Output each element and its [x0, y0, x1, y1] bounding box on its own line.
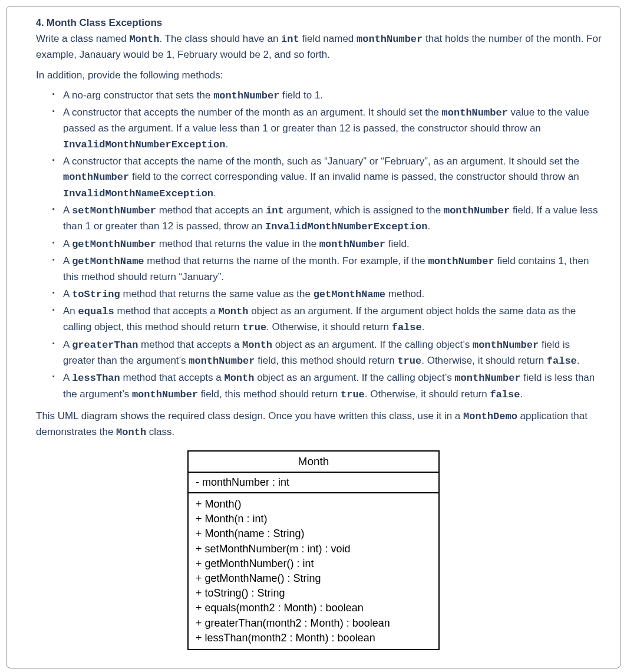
text-span: method that accepts a [138, 339, 242, 350]
text-span: method that accepts a [114, 305, 219, 317]
uml-methods-section: + Month()+ Month(n : int)+ Month(name : … [188, 493, 439, 650]
intro-code-2: int [281, 34, 299, 45]
uml-method: + setMonthNumber(m : int) : void [196, 543, 351, 555]
requirement-item: A no-arg constructor that sets the month… [52, 88, 604, 104]
closing-text-3: class. [146, 426, 174, 437]
uml-method: + greaterThan(month2 : Month) : boolean [196, 617, 390, 629]
code-span: InvalidMonthNumberException [63, 139, 225, 150]
closing-paragraph: This UML diagram shows the required clas… [23, 409, 604, 440]
code-span: equals [78, 306, 114, 317]
uml-class-name: Month [188, 451, 439, 472]
uml-method: + Month(n : int) [196, 513, 268, 525]
intro-text-2: . The class should have an [159, 33, 281, 44]
text-span: A constructor that accepts the name of t… [63, 156, 579, 167]
code-span: monthNumber [189, 355, 255, 367]
text-span: method that returns the value in the [156, 238, 319, 249]
text-span: . Otherwise, it should return [421, 355, 547, 366]
code-span: Month [242, 340, 272, 351]
intro-paragraph-1: Write a class named Month. The class sho… [23, 31, 604, 62]
text-span: An [63, 305, 78, 317]
code-span: monthNumber [473, 340, 539, 351]
text-span: A [63, 288, 72, 299]
text-span: . [520, 388, 523, 400]
code-span: InvalidMonthNameException [63, 188, 213, 199]
uml-method: + Month(name : String) [196, 528, 305, 539]
question-container: 4. Month Class Exceptions Write a class … [6, 6, 621, 668]
code-span: monthNumber [444, 205, 510, 216]
requirements-list: A no-arg constructor that sets the month… [23, 88, 604, 403]
text-span: method that accepts a [120, 372, 225, 383]
text-span: method that returns the name of the mont… [144, 255, 428, 266]
intro-code-1: Month [129, 34, 159, 45]
requirement-item: A setMonthNumber method that accepts an … [52, 203, 604, 235]
code-span: true [397, 355, 421, 367]
text-span: A constructor that accepts the number of… [63, 107, 442, 118]
requirement-item: A constructor that accepts the number of… [52, 105, 604, 153]
code-span: true [242, 322, 266, 333]
code-span: getMonthName [314, 289, 385, 300]
text-span: object as an argument. If the calling ob… [272, 339, 473, 350]
requirement-item: A constructor that accepts the name of t… [52, 154, 604, 202]
code-span: Month [224, 373, 254, 384]
question-header: 4. Month Class Exceptions [23, 17, 604, 29]
text-span: field to 1. [279, 90, 323, 101]
text-span: . [213, 187, 216, 199]
code-span: monthNumber [213, 90, 279, 101]
closing-code-2: Month [116, 427, 146, 438]
text-span: method that accepts an [156, 205, 266, 216]
uml-method: + lessThan(month2 : Month) : boolean [196, 632, 375, 644]
text-span: A no-arg constructor that sets the [63, 90, 213, 101]
uml-diagram-container: Month - monthNumber : int + Month()+ Mon… [23, 450, 604, 650]
text-span: . [422, 321, 425, 332]
code-span: toString [72, 289, 120, 300]
question-title: Month Class Exceptions [47, 17, 162, 28]
code-span: monthNumber [63, 172, 129, 183]
uml-method: + getMonthNumber() : int [196, 558, 314, 569]
closing-code-1: MonthDemo [463, 411, 517, 422]
text-span: . Otherwise, it should return [365, 388, 490, 400]
code-span: false [490, 389, 520, 400]
uml-field: - monthNumber : int [196, 476, 289, 488]
text-span: A [63, 205, 72, 216]
closing-text-1: This UML diagram shows the required clas… [36, 410, 463, 421]
code-span: true [341, 389, 365, 400]
text-span: A [63, 255, 72, 266]
requirement-item: A lessThan method that accepts a Month o… [52, 370, 604, 403]
requirement-item: A getMonthName method that returns the n… [52, 253, 604, 285]
uml-diagram: Month - monthNumber : int + Month()+ Mon… [187, 450, 440, 650]
intro-text-3: field named [299, 33, 357, 44]
text-span: field to the correct corresponding value… [129, 171, 579, 182]
intro-paragraph-2: In addition, provide the following metho… [23, 68, 604, 83]
code-span: setMonthNumber [72, 205, 156, 216]
text-span: object as an argument. If the calling ob… [254, 372, 454, 383]
text-span: . [577, 355, 580, 366]
requirement-item: A greaterThan method that accepts a Mont… [52, 337, 604, 370]
text-span: A [63, 372, 72, 383]
text-span: field. [385, 238, 410, 249]
code-span: monthNumber [132, 389, 198, 400]
question-number: 4. [36, 18, 44, 28]
requirement-item: A getMonthNumber method that returns the… [52, 236, 604, 252]
text-span: method that returns the same value as th… [120, 288, 314, 299]
code-span: monthNumber [454, 373, 520, 384]
uml-method: + Month() [196, 498, 242, 510]
code-span: int [266, 205, 284, 216]
text-span: . Otherwise, it should return [266, 321, 392, 332]
requirement-item: An equals method that accepts a Month ob… [52, 304, 604, 336]
code-span: InvalidMonthNumberException [265, 221, 427, 232]
code-span: greaterThan [72, 340, 138, 351]
uml-fields-section: - monthNumber : int [188, 472, 439, 493]
text-span: argument, which is assigned to the [284, 205, 444, 216]
code-span: monthNumber [428, 256, 494, 267]
text-span: method. [385, 288, 424, 299]
uml-method: + equals(month2 : Month) : boolean [196, 602, 364, 614]
intro-code-3: monthNumber [357, 34, 423, 45]
code-span: getMonthNumber [72, 239, 156, 250]
code-span: Month [218, 306, 248, 317]
text-span: . [225, 139, 228, 150]
code-span: monthNumber [442, 107, 508, 118]
requirement-item: A toString method that returns the same … [52, 286, 604, 302]
intro-text-1: Write a class named [36, 33, 129, 44]
uml-method: + toString() : String [196, 587, 285, 599]
code-span: false [547, 355, 577, 367]
